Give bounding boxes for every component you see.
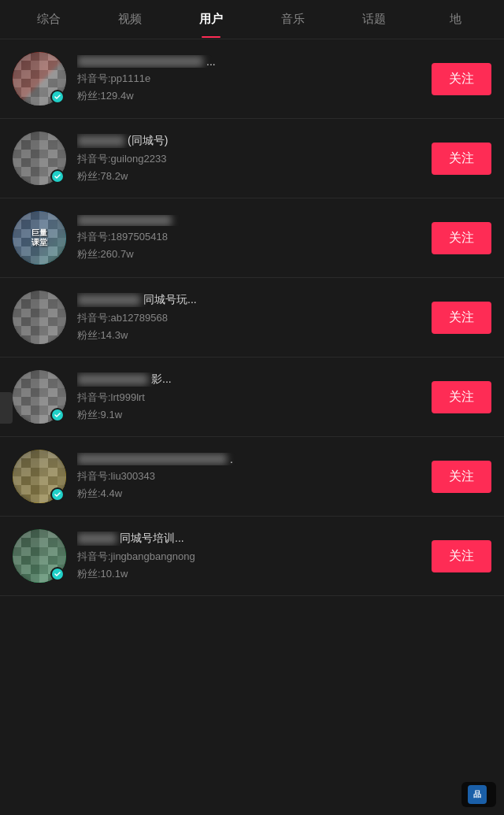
avatar-wrap-3: 巨量课堂 (13, 211, 66, 265)
user-name-row-5: 影... (77, 372, 424, 387)
username-suffix-4: 同城号玩... (143, 293, 197, 307)
user-list: ...抖音号:pp1111e粉丝:129.4w关注 (同城号)抖音号:guilo… (0, 39, 504, 596)
user-douyin-id-4: 抖音号:ab12789568 (77, 311, 424, 325)
avatar-wrap-7 (13, 529, 66, 583)
user-douyin-id-7: 抖音号:jingbangbangnong (77, 550, 424, 564)
user-douyin-id-1: 抖音号:pp1111e (77, 72, 424, 86)
user-name-row-7: 同城号培训... (77, 532, 424, 546)
avatar-wrap-6 (13, 450, 66, 503)
follow-button-7[interactable]: 关注 (432, 540, 491, 572)
username-suffix-2: (同城号) (128, 134, 168, 148)
user-douyin-id-3: 抖音号:1897505418 (77, 230, 424, 244)
verified-badge-5 (50, 408, 65, 422)
user-info-2: (同城号)抖音号:guilong2233粉丝:78.2w (77, 134, 424, 183)
user-douyin-id-5: 抖音号:lrt999lrt (77, 391, 424, 405)
verified-badge-7 (50, 567, 65, 581)
nav-tab-music[interactable]: 音乐 (252, 1, 333, 38)
nav-tab-user[interactable]: 用户 (171, 1, 252, 38)
follow-button-6[interactable]: 关注 (432, 461, 491, 493)
avatar-wrap-4 (13, 291, 66, 344)
username-blur-7 (77, 533, 117, 544)
username-suffix-7: 同城号培训... (120, 532, 184, 546)
user-info-3: 抖音号:1897505418粉丝:260.7w (77, 215, 424, 261)
username-blur-1 (77, 56, 203, 67)
user-douyin-id-6: 抖音号:liu300343 (77, 469, 424, 483)
follow-button-3[interactable]: 关注 (432, 222, 491, 254)
user-info-1: ...抖音号:pp1111e粉丝:129.4w (77, 55, 424, 103)
user-name-row-6: . (77, 453, 424, 465)
user-item-3: 巨量课堂抖音号:1897505418粉丝:260.7w关注 (0, 198, 504, 278)
nav-tab-comprehensive[interactable]: 综合 (8, 1, 89, 38)
username-blur-6 (77, 454, 227, 465)
user-fans-6: 粉丝:4.4w (77, 487, 424, 501)
follow-button-2[interactable]: 关注 (432, 143, 491, 175)
verified-badge-6 (50, 487, 65, 502)
watermark-logo: 品 (468, 785, 487, 804)
user-item-2: (同城号)抖音号:guilong2233粉丝:78.2w关注 (0, 119, 504, 198)
user-fans-2: 粉丝:78.2w (77, 169, 424, 183)
username-blur-3 (77, 215, 172, 226)
follow-button-4[interactable]: 关注 (432, 302, 491, 334)
side-collapse-arrow[interactable] (0, 392, 13, 424)
verified-badge-1 (50, 90, 65, 104)
user-fans-5: 粉丝:9.1w (77, 408, 424, 422)
user-fans-3: 粉丝:260.7w (77, 247, 424, 261)
user-info-6: .抖音号:liu300343粉丝:4.4w (77, 453, 424, 501)
user-item-6: .抖音号:liu300343粉丝:4.4w关注 (0, 437, 504, 517)
user-fans-4: 粉丝:14.3w (77, 328, 424, 343)
user-info-7: 同城号培训...抖音号:jingbangbangnong粉丝:10.1w (77, 532, 424, 581)
user-item-1: ...抖音号:pp1111e粉丝:129.4w关注 (0, 39, 504, 119)
watermark: 品 (461, 782, 496, 807)
user-info-4: 同城号玩...抖音号:ab12789568粉丝:14.3w (77, 293, 424, 343)
follow-button-1[interactable]: 关注 (432, 63, 491, 95)
nav-tab-topic[interactable]: 话题 (333, 1, 414, 38)
verified-badge-2 (50, 169, 65, 183)
user-fans-7: 粉丝:10.1w (77, 567, 424, 581)
top-navigation: 综合视频用户音乐话题地 (0, 0, 504, 39)
user-douyin-id-2: 抖音号:guilong2233 (77, 152, 424, 166)
user-fans-1: 粉丝:129.4w (77, 89, 424, 103)
avatar-wrap-2 (13, 132, 66, 185)
user-name-row-4: 同城号玩... (77, 293, 424, 307)
username-suffix-1: ... (206, 55, 216, 68)
username-suffix-6: . (230, 453, 233, 465)
user-item-4: 同城号玩...抖音号:ab12789568粉丝:14.3w关注 (0, 278, 504, 357)
username-blur-4 (77, 295, 140, 306)
user-info-5: 影...抖音号:lrt999lrt粉丝:9.1w (77, 372, 424, 422)
user-item-5: 影...抖音号:lrt999lrt粉丝:9.1w关注 (0, 357, 504, 437)
user-name-row-2: (同城号) (77, 134, 424, 148)
follow-button-5[interactable]: 关注 (432, 381, 491, 413)
username-blur-5 (77, 374, 148, 385)
username-suffix-5: 影... (151, 372, 172, 387)
nav-tab-video[interactable]: 视频 (89, 1, 170, 38)
nav-tab-location[interactable]: 地 (415, 1, 496, 38)
avatar-wrap-5 (13, 370, 66, 424)
user-item-7: 同城号培训...抖音号:jingbangbangnong粉丝:10.1w关注 (0, 517, 504, 596)
avatar-wrap-1 (13, 52, 66, 106)
username-blur-2 (77, 135, 124, 146)
user-name-row-1: ... (77, 55, 424, 68)
user-name-row-3 (77, 215, 424, 226)
